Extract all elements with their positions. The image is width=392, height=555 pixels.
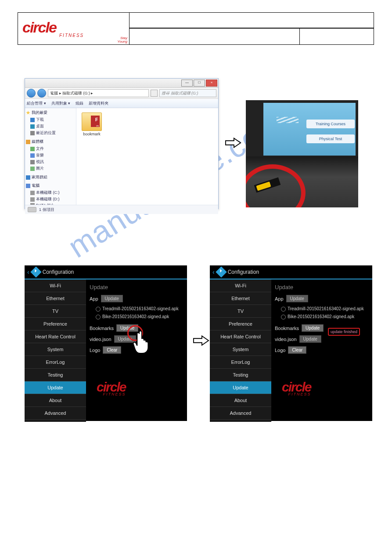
screen-button-training: Training Courses <box>306 120 355 128</box>
config-sidebar: Wi-FiEthernetTVPreferenceHeart Rate Cont… <box>210 279 271 422</box>
config-side-heart-rate-control[interactable]: Heart Rate Control <box>210 330 271 343</box>
fav-recent[interactable]: 最近的位置 <box>26 130 75 136</box>
config-panel-before: ‹ Configuration Wi-FiEthernetTVPreferenc… <box>25 265 187 421</box>
minimize-button[interactable]: — <box>181 80 193 87</box>
header-cell-3 <box>300 29 374 45</box>
apk-option-treadmill[interactable]: Treadmill-20150216163402-signed.apk <box>96 305 183 313</box>
logo-clear-button[interactable]: Clear <box>103 346 121 354</box>
app-label: App <box>275 296 284 301</box>
arrow-icon <box>225 136 241 149</box>
config-side-tv[interactable]: TV <box>210 305 271 318</box>
menu-organize[interactable]: 組合管理 ▾ <box>27 101 46 106</box>
refresh-button[interactable] <box>151 90 158 97</box>
config-side-preference[interactable]: Preference <box>210 318 271 330</box>
hand-icon <box>131 329 152 354</box>
logo-main: circle <box>20 20 127 35</box>
nav-icon <box>216 266 227 277</box>
screen-button-physical: Physical Test <box>306 134 355 143</box>
bookmarks-update-button[interactable]: Update <box>302 324 324 332</box>
app-update-button[interactable]: Update <box>101 295 123 302</box>
apk-option-bike[interactable]: Bike-20150216163402-signed.apk <box>96 313 183 321</box>
config-side-testing[interactable]: Testing <box>210 369 271 381</box>
bookmarks-label: Bookmarks <box>90 326 114 331</box>
lib-music[interactable]: 音樂 <box>26 152 75 159</box>
config-side-ethernet[interactable]: Ethernet <box>25 292 86 305</box>
address-bar[interactable]: 電腦 ▸ 抽取式磁碟 (G:) ▸ <box>48 89 149 97</box>
apk-option-bike[interactable]: Bike-20150216163402-signed.apk <box>281 313 369 321</box>
drive-e[interactable]: DATA (E:) <box>26 203 75 205</box>
fav-desktop[interactable]: 桌面 <box>26 123 75 130</box>
logo-label: Logo <box>90 348 100 353</box>
config-title: Configuration <box>228 269 259 275</box>
header-cell-2 <box>129 29 300 45</box>
lib-videos[interactable]: 視訊 <box>26 159 75 165</box>
nav-icon <box>30 266 41 277</box>
back-icon[interactable]: ‹ <box>212 268 215 276</box>
menubar: 組合管理 ▾ 共用對象 ▾ 燒錄 新增資料夾 <box>25 99 218 108</box>
header-cell-1 <box>129 13 374 28</box>
config-side-errorlog[interactable]: ErrorLog <box>210 356 271 369</box>
folder-icon: vs <box>82 112 102 131</box>
back-button[interactable] <box>27 89 36 98</box>
config-side-ethernet[interactable]: Ethernet <box>210 292 271 305</box>
folder-bookmark[interactable]: vs bookmark <box>81 112 103 136</box>
file-area[interactable]: vs bookmark <box>76 108 218 205</box>
video-update-button[interactable]: Update <box>299 335 321 343</box>
homegroup-head[interactable]: 家用群組 <box>26 174 75 180</box>
favorites-head[interactable]: 我的最愛 <box>26 110 75 116</box>
config-side-advanced[interactable]: Advanced <box>25 407 86 420</box>
config-side-system[interactable]: System <box>210 343 271 356</box>
app-label: App <box>90 296 98 301</box>
config-title: Configuration <box>43 269 74 275</box>
titlebar: — □ × <box>25 79 218 88</box>
menu-burn[interactable]: 燒錄 <box>76 101 83 106</box>
close-button[interactable]: × <box>206 80 217 87</box>
config-side-errorlog[interactable]: ErrorLog <box>25 356 86 369</box>
apk-option-treadmill[interactable]: Treadmill-20150216163402-signed.apk <box>281 305 369 313</box>
section-title: Update <box>90 284 183 290</box>
logo-clear-button[interactable]: Clear <box>288 346 306 354</box>
status-text: 1 個項目 <box>39 207 54 213</box>
config-side-wi-fi[interactable]: Wi-Fi <box>210 279 271 292</box>
section-title: Update <box>275 284 369 290</box>
config-side-tv[interactable]: TV <box>25 305 86 318</box>
back-icon[interactable]: ‹ <box>27 268 29 276</box>
config-side-update[interactable]: Update <box>25 381 86 394</box>
file-explorer-window: — □ × 電腦 ▸ 抽取式磁碟 (G:) ▸ 搜尋 抽取式磁碟 (G:) 組合… <box>25 78 219 209</box>
menu-share[interactable]: 共用對象 ▾ <box>51 101 71 106</box>
lib-documents[interactable]: 文件 <box>26 145 75 152</box>
config-side-advanced[interactable]: Advanced <box>210 407 271 420</box>
config-side-about[interactable]: About <box>25 394 86 407</box>
config-side-system[interactable]: System <box>25 343 86 356</box>
app-update-button[interactable]: Update <box>286 295 308 302</box>
config-side-about[interactable]: About <box>210 394 271 407</box>
logo-label: Logo <box>275 348 285 353</box>
status-bar: 1 個項目 <box>25 205 218 214</box>
config-side-update[interactable]: Update <box>210 381 271 394</box>
drive-c[interactable]: 本機磁碟 (C:) <box>26 189 75 196</box>
forward-button[interactable] <box>37 89 46 98</box>
computer-head[interactable]: 電腦 <box>26 183 75 189</box>
drive-icon <box>28 207 36 212</box>
lib-pictures[interactable]: 圖片 <box>26 165 75 172</box>
video-label: video.json <box>90 337 111 342</box>
libraries-head[interactable]: 媒體櫃 <box>26 139 75 145</box>
circle-logo: circle FITNESS <box>282 381 311 396</box>
logo-tag: StayYoung <box>117 36 127 44</box>
arrow-icon <box>193 334 209 347</box>
config-side-testing[interactable]: Testing <box>25 369 86 381</box>
config-side-heart-rate-control[interactable]: Heart Rate Control <box>25 330 86 343</box>
config-side-preference[interactable]: Preference <box>25 318 86 330</box>
drive-d[interactable]: 本機磁碟 (D:) <box>26 196 75 203</box>
machine-photo: Training Courses Physical Test <box>246 100 358 207</box>
config-panel-after: ‹ Configuration Wi-FiEthernetTVPreferenc… <box>210 265 372 421</box>
fav-downloads[interactable]: 下載 <box>26 116 75 123</box>
circle-logo: circle FITNESS <box>97 381 126 396</box>
config-side-wi-fi[interactable]: Wi-Fi <box>25 279 86 292</box>
menu-newfolder[interactable]: 新增資料夾 <box>89 101 108 106</box>
bookmarks-label: Bookmarks <box>275 326 299 331</box>
maximize-button[interactable]: □ <box>194 80 205 87</box>
search-input[interactable]: 搜尋 抽取式磁碟 (G:) <box>159 89 216 97</box>
explorer-sidebar: 我的最愛 下載 桌面 最近的位置 媒體櫃 文件 音樂 視訊 圖片 家用群組 電腦 <box>25 108 76 205</box>
config-sidebar: Wi-FiEthernetTVPreferenceHeart Rate Cont… <box>25 279 86 422</box>
